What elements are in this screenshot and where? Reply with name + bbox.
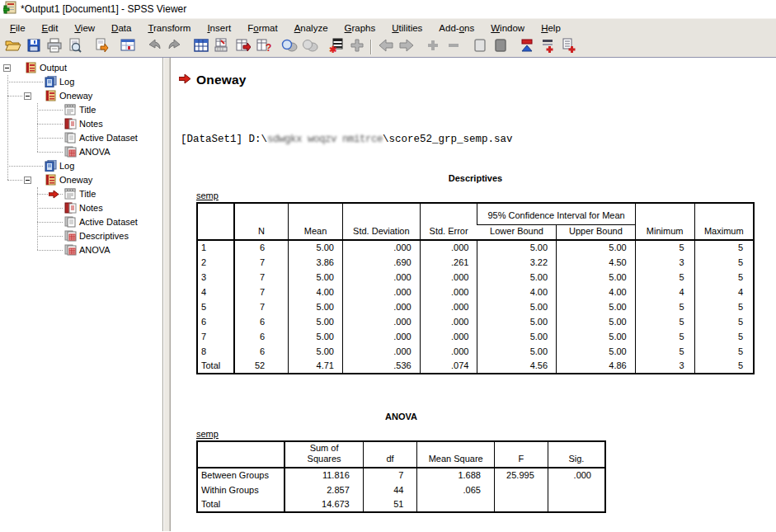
outline-item-oneway[interactable]: Oneway: [0, 89, 162, 103]
goto-case-button[interactable]: [211, 38, 232, 57]
select-last-output-button[interactable]: [279, 38, 299, 57]
menu-add-ons[interactable]: Add-ons: [430, 20, 482, 36]
table-red-icon: [64, 230, 78, 243]
value-cell: .000: [420, 240, 477, 255]
outline-item-output[interactable]: Output: [0, 61, 162, 75]
value-cell: 3.86: [289, 255, 343, 270]
value-cell: 4.86: [557, 359, 636, 374]
outline-item-log[interactable]: Log: [0, 75, 162, 89]
goto-data-button[interactable]: [190, 38, 211, 57]
outline-item-label: Notes: [79, 119, 103, 129]
menu-transform[interactable]: Transform: [139, 20, 199, 36]
value-cell: 5: [635, 344, 694, 359]
hide-output-button[interactable]: [490, 38, 510, 57]
collapse-outline-icon: [447, 39, 460, 55]
expander-minus-icon[interactable]: [24, 92, 31, 100]
column-header: [197, 441, 285, 468]
value-cell: .000: [343, 240, 421, 255]
column-header: [197, 203, 234, 240]
redo-button[interactable]: [164, 38, 185, 57]
menu-data[interactable]: Data: [103, 20, 139, 36]
export-button[interactable]: [91, 38, 111, 57]
anova-table[interactable]: Sum of SquaresdfMean SquareFSig.Between …: [196, 440, 606, 513]
dialog-recall-icon: [120, 38, 136, 56]
toolbar-gap: [510, 47, 516, 48]
insert-heading-icon: [520, 38, 534, 56]
collapse-outline-button[interactable]: [443, 38, 463, 57]
expander-minus-icon[interactable]: [24, 177, 31, 184]
goto-selected-button[interactable]: [346, 38, 367, 57]
menu-file[interactable]: File: [2, 20, 34, 36]
show-output-button[interactable]: [469, 38, 490, 57]
outline-item-log[interactable]: Log: [0, 159, 162, 173]
outline-item-notes[interactable]: Notes: [0, 201, 162, 215]
insert-title-button[interactable]: [537, 38, 557, 57]
dialog-recall-button[interactable]: [117, 38, 138, 57]
outline-item-descriptives[interactable]: Descriptives: [0, 229, 162, 243]
row-label: 3: [197, 270, 234, 285]
outline-item-label: Active Dataset: [79, 217, 138, 227]
variables-icon: [234, 38, 251, 56]
expand-outline-button[interactable]: [422, 38, 443, 57]
menu-help[interactable]: Help: [533, 20, 569, 36]
outline-item-label: ANOVA: [79, 245, 111, 255]
print-button[interactable]: [44, 38, 64, 57]
insert-heading-button[interactable]: [516, 38, 537, 57]
value-cell: 5.00: [557, 314, 636, 329]
value-cell: 6: [234, 240, 289, 255]
variables-button[interactable]: [232, 38, 252, 57]
svg-text:?: ?: [266, 42, 271, 53]
save-button[interactable]: [23, 38, 44, 57]
table-red-icon: [64, 244, 78, 257]
outline-pane: OutputLogOnewayTitleNotesActive DatasetA…: [0, 58, 162, 531]
column-header: df: [363, 441, 417, 468]
designate-window-button[interactable]: [299, 38, 320, 57]
use-variable-sets-button[interactable]: ?: [252, 38, 273, 57]
toolbar-gap: [320, 47, 326, 48]
outline-item-anova[interactable]: ANOVA: [0, 145, 162, 159]
menu-analyze[interactable]: Analyze: [286, 20, 336, 36]
menu-window[interactable]: Window: [482, 20, 533, 36]
outline-item-title[interactable]: Title: [0, 187, 162, 201]
row-label: 8: [197, 344, 234, 359]
value-cell: 5: [694, 299, 754, 314]
use-variable-sets-icon: ?: [255, 38, 271, 56]
expander-minus-icon[interactable]: [3, 64, 11, 72]
descriptives-table[interactable]: NMeanStd. DeviationStd. Error95% Confide…: [196, 202, 755, 374]
value-cell: 5.00: [477, 240, 557, 255]
value-cell: 5: [694, 329, 754, 344]
value-cell: 1.688: [417, 468, 495, 483]
value-cell: 5.00: [289, 299, 343, 314]
outline-item-active-dataset[interactable]: Active Dataset: [0, 215, 162, 229]
column-header: Upper Bound: [557, 224, 636, 240]
demote-outline-button[interactable]: [396, 38, 416, 57]
insert-text-button[interactable]: [557, 38, 578, 57]
anova-row-total: Total14.67351: [197, 497, 605, 512]
menu-insert[interactable]: Insert: [199, 20, 239, 36]
menu-edit[interactable]: Edit: [34, 20, 67, 36]
menu-format[interactable]: Format: [239, 20, 285, 36]
pane-splitter[interactable]: [162, 58, 171, 531]
outline-item-oneway[interactable]: Oneway: [0, 173, 162, 187]
run-script-button[interactable]: ✱: [326, 38, 346, 57]
outline-item-title[interactable]: Title: [0, 103, 162, 117]
value-cell: 7: [234, 255, 289, 270]
toolbar-gap: [416, 47, 422, 48]
print-preview-button[interactable]: [64, 38, 85, 57]
outline-item-notes[interactable]: Notes: [0, 117, 162, 131]
toolbar-gap: [463, 47, 469, 48]
menu-graphs[interactable]: Graphs: [336, 20, 384, 36]
outline-item-anova[interactable]: ANOVA: [0, 243, 162, 257]
open-button[interactable]: [2, 38, 23, 57]
value-cell: 5: [694, 270, 754, 285]
promote-outline-button[interactable]: [375, 38, 396, 57]
undo-button[interactable]: [143, 38, 164, 57]
menu-utilities[interactable]: Utilities: [383, 20, 430, 36]
value-cell: 5: [694, 255, 754, 270]
value-cell: [494, 497, 548, 512]
goto-data-icon: [193, 38, 209, 56]
outline-item-active-dataset[interactable]: Active Dataset: [0, 131, 162, 145]
value-cell: .000: [420, 344, 477, 359]
menu-view[interactable]: View: [66, 20, 103, 36]
dataset-icon: [64, 216, 76, 229]
